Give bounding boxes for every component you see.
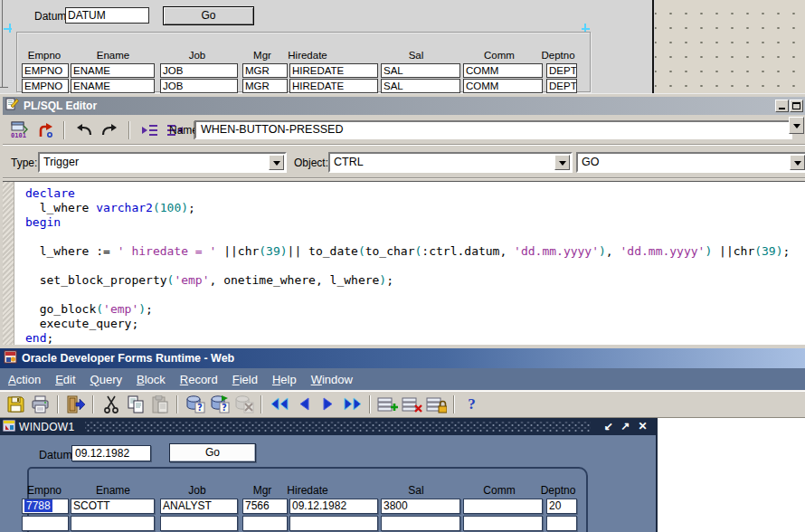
first-record-icon[interactable] (268, 393, 290, 415)
field-ename-row2[interactable] (71, 516, 155, 531)
datum-label: Datum (39, 449, 72, 461)
minimize-icon[interactable]: ↙ (601, 420, 615, 433)
menu-window[interactable]: Window (304, 371, 360, 388)
field-hiredate-row1[interactable]: 09.12.1982 (289, 499, 378, 514)
field-sal-row1[interactable]: SAL (381, 63, 460, 78)
revert-icon[interactable] (33, 119, 55, 141)
field-empno-row2[interactable] (22, 516, 69, 531)
plsql-toolbar: 0101 Name: WHEN-BUTTON-PRESSED (3, 116, 805, 145)
column-header-sal: Sal (408, 484, 423, 497)
field-empno-row1[interactable]: EMPNO (22, 63, 69, 78)
code-line (25, 230, 805, 244)
field-mgr-row2[interactable] (242, 516, 288, 531)
plsql-editor-window: PL/SQL Editor 0101 Name: WHEN-BUTTON-PRE… (0, 93, 805, 348)
runtime-toolbar: ??? (0, 390, 805, 418)
field-mgr-row1[interactable]: MGR (242, 63, 288, 78)
field-job-row1[interactable]: JOB (160, 63, 238, 78)
field-job-row1[interactable]: ANALYST (160, 499, 238, 514)
exit-icon[interactable] (64, 393, 87, 415)
field-hiredate-row2[interactable]: HIREDATE (289, 79, 378, 93)
field-deptno-row2[interactable]: DEPTN (546, 79, 577, 93)
trigger-name-field[interactable]: WHEN-BUTTON-PRESSED (194, 120, 792, 139)
datum-field[interactable]: DATUM (65, 7, 149, 24)
menu-block[interactable]: Block (129, 371, 173, 388)
cancel-query-icon[interactable] (232, 393, 255, 415)
code-line (25, 288, 805, 302)
menu-record[interactable]: Record (173, 371, 225, 388)
save-icon[interactable] (5, 393, 27, 415)
field-ename-row1[interactable]: ENAME (71, 63, 155, 78)
restore-icon[interactable]: ↗ (619, 420, 632, 433)
paste-icon[interactable] (148, 393, 171, 415)
field-empno-row2[interactable]: EMPNO (22, 79, 69, 93)
menu-field[interactable]: Field (225, 371, 265, 388)
close-icon[interactable]: ✕ (636, 420, 649, 433)
trigger-name-dropdown[interactable] (789, 117, 804, 134)
type-combobox[interactable]: Trigger (38, 152, 287, 173)
print-icon[interactable] (29, 393, 52, 415)
go-button[interactable]: Go (169, 443, 256, 462)
field-deptno-row1[interactable]: 20 (546, 499, 577, 514)
menu-action[interactable]: Action (1, 371, 48, 388)
insert-record-icon[interactable] (376, 393, 399, 415)
menu-edit[interactable]: Edit (48, 371, 82, 388)
cut-icon[interactable] (99, 393, 122, 415)
canvas-right-edge (652, 0, 654, 93)
copy-icon[interactable] (124, 393, 147, 415)
remove-record-icon[interactable] (401, 393, 423, 415)
field-ename-row1[interactable]: SCOTT (71, 499, 155, 514)
field-mgr-row2[interactable]: MGR (242, 79, 288, 93)
datum-field[interactable]: 09.12.1982 (71, 445, 151, 461)
field-sal-row2[interactable] (381, 516, 460, 531)
indent-icon[interactable] (138, 119, 160, 141)
plsql-doc-icon (5, 98, 19, 114)
field-sal-row2[interactable]: SAL (381, 79, 460, 93)
toolbar-separator (260, 395, 262, 413)
help-icon[interactable]: ? (460, 393, 483, 415)
object-combobox[interactable]: CTRL (328, 152, 573, 173)
compile-icon[interactable]: 0101 (8, 119, 30, 141)
field-empno-row1[interactable]: 7788 (22, 499, 69, 514)
field-comm-row2[interactable] (463, 516, 543, 531)
toolbar-separator (128, 121, 130, 139)
column-header-job: Job (189, 50, 206, 61)
undo-icon[interactable] (73, 119, 95, 141)
field-sal-row1[interactable]: 3800 (381, 499, 460, 514)
toolbar-separator (63, 121, 65, 139)
chevron-down-icon[interactable] (554, 155, 570, 170)
lock-record-icon[interactable] (425, 393, 448, 415)
field-deptno-row1[interactable]: DEPTN (546, 63, 577, 78)
column-header-job: Job (188, 484, 205, 497)
field-job-row2[interactable]: JOB (160, 79, 238, 93)
column-header-comm: Comm (483, 484, 515, 497)
enter-query-icon[interactable]: ? (184, 393, 206, 415)
toolbar-separator (453, 395, 455, 413)
field-ename-row2[interactable]: ENAME (71, 79, 155, 93)
menu-help[interactable]: Help (265, 371, 304, 388)
next-record-icon[interactable] (317, 393, 339, 415)
menu-query[interactable]: Query (83, 371, 129, 388)
previous-record-icon[interactable] (292, 393, 315, 415)
window1-title: WINDOW1 (19, 421, 74, 433)
field-hiredate-row1[interactable]: HIREDATE (289, 63, 378, 78)
redo-icon[interactable] (99, 119, 120, 141)
field-comm-row1[interactable] (463, 499, 543, 514)
field-hiredate-row2[interactable] (289, 516, 378, 531)
field-job-row2[interactable] (160, 516, 238, 531)
screen: Datum DATUM Go EmpnoEnameJobMgrHiredateS… (0, 0, 805, 532)
code-editor[interactable]: declare l_where varchar2(100);begin l_wh… (3, 181, 805, 345)
minimize-button[interactable] (775, 100, 789, 112)
field-deptno-row2[interactable] (546, 516, 577, 531)
go-button[interactable]: Go (163, 6, 254, 25)
plsql-context-row: Type: Trigger Object: CTRL GO (3, 146, 805, 179)
maximize-button[interactable] (790, 100, 803, 112)
toolbar-separator (92, 395, 94, 413)
chevron-down-icon[interactable] (790, 155, 805, 170)
chevron-down-icon[interactable] (269, 155, 284, 170)
last-record-icon[interactable] (341, 393, 364, 415)
field-mgr-row1[interactable]: 7566 (242, 499, 288, 514)
execute-query-icon[interactable]: ? (208, 393, 231, 415)
target-combobox[interactable]: GO (576, 152, 805, 173)
field-comm-row1[interactable]: COMM (463, 63, 543, 78)
field-comm-row2[interactable]: COMM (463, 79, 543, 93)
